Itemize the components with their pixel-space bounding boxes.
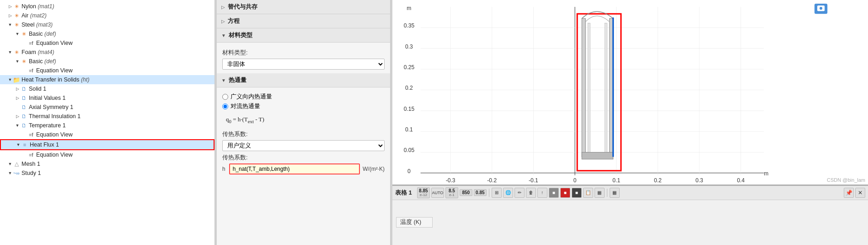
tree-arrow-solid1: ▷	[15, 86, 20, 92]
tree-arrow-thermal: ▷	[15, 114, 20, 119]
tree-arrow-air: ▷	[7, 13, 13, 18]
svg-text:0.4: 0.4	[737, 177, 745, 184]
svg-text:0.2: 0.2	[405, 85, 413, 91]
snowflake-icon-nylon: ✳	[13, 3, 20, 10]
svg-text:m: m	[764, 170, 768, 177]
tree-item-temperature1[interactable]: ▼ 🗋 Temperature 1	[0, 121, 214, 130]
tree-item-steel[interactable]: ▼ ✳ Steel (mat3)	[0, 20, 214, 29]
tree-label-hf1: Heat Flux 1	[30, 142, 59, 148]
toolbar-btn-sq-red[interactable]: ■	[560, 188, 570, 198]
section-heat-flux-header[interactable]: ▼ 热通量	[217, 73, 390, 87]
tree-item-air[interactable]: ▷ ✳ Air (mat2)	[0, 11, 214, 20]
close-button[interactable]: ✕	[855, 188, 865, 198]
section-material-type-header[interactable]: ▼ 材料类型	[217, 28, 390, 43]
tree-label-mesh: Mesh 1	[21, 161, 40, 167]
svg-text:0.3: 0.3	[696, 177, 703, 184]
radio-row-general: 广义向内热通量	[222, 93, 385, 101]
coeff-input-row: h W/(m²·K)	[222, 163, 385, 174]
tree-arrow-steel-basic: ▼	[15, 31, 20, 37]
title-substitution: 替代与共存	[228, 3, 257, 11]
tree-label-foam-eq: Equation View	[36, 67, 73, 74]
svg-text:-0.3: -0.3	[446, 177, 455, 184]
tree-label-axial: Axial Symmetry 1	[29, 104, 73, 110]
toolbar-btn-table[interactable]: ⊞	[492, 188, 502, 198]
tree-item-initial-values[interactable]: ▷ 🗋 Initial Values 1	[0, 93, 214, 103]
tree-arrow-mesh: ▼	[7, 161, 13, 167]
tree-item-heat-transfer[interactable]: ▼ 📁 Heat Transfer in Solids (ht)	[0, 75, 214, 84]
tree-arrow-hf1: ▼	[16, 142, 21, 147]
tree-item-steel-basic[interactable]: ▼ ✳ Basic (def)	[0, 29, 214, 38]
tree-label-steel-eq: Equation View	[36, 40, 73, 46]
tree-label-solid1: Solid 1	[29, 86, 46, 92]
svg-rect-36	[582, 18, 585, 157]
tree-label-temp1: Temperature 1	[29, 122, 66, 129]
toolbar-btn-grid1[interactable]: ▦	[595, 188, 605, 198]
toolbar-num-850[interactable]: 850	[460, 189, 472, 196]
tree-label-hf-eq: Equation View	[36, 152, 73, 158]
toolbar-btn-sq1[interactable]: ■	[549, 188, 559, 198]
section-equation[interactable]: ▷ 方程	[217, 14, 390, 28]
table-toolbar: 表格 1 8.85 e-12 AUTO 8.5 e-1 850 0.85 ⊞ 🌐	[392, 186, 868, 200]
toolbar-num-8.5[interactable]: 8.5 e-1	[445, 187, 458, 198]
pin-button[interactable]: 📌	[844, 188, 854, 198]
tree-item-steel-eq[interactable]: ≡f Equation View	[0, 38, 214, 48]
tree-item-foam[interactable]: ▼ ✳ Foam (mat4)	[0, 48, 214, 57]
tree-item-heat-flux1[interactable]: ▼ ≡ Heat Flux 1	[0, 139, 214, 150]
right-section: 0 0.05 0.1 0.15 0.2 0.25 0.3 0.35 m -0.3…	[392, 0, 868, 245]
tree-container: ▷ ✳ Nylon (mat1) ▷ ✳ Air (mat2) ▼ ✳ Stee…	[0, 0, 214, 180]
toolbar-btn-up[interactable]: ↑	[537, 188, 547, 198]
tree-item-study1[interactable]: ▼ ~∞ Study 1	[0, 169, 214, 178]
coeff-select[interactable]: 用户定义 自动	[222, 140, 385, 151]
radio-label-general: 广义向内热通量	[230, 93, 272, 101]
toolbar-btn-grid2[interactable]: ▦	[610, 188, 620, 198]
toolbar-btn-sq-dk[interactable]: ■	[572, 188, 582, 198]
radio-general-inward[interactable]	[222, 94, 228, 100]
material-type-select-row: 非固体 固体 流体	[222, 59, 385, 70]
material-type-select[interactable]: 非固体 固体 流体	[222, 59, 385, 70]
svg-text:-0.1: -0.1	[529, 177, 538, 184]
svg-rect-40	[582, 152, 613, 159]
tree-item-foam-eq[interactable]: ≡f Equation View	[0, 66, 214, 75]
tree-arrow-foam: ▼	[7, 49, 13, 55]
svg-text:0.35: 0.35	[404, 22, 415, 29]
tree-item-hf-eq[interactable]: ≡f Equation View	[0, 150, 214, 159]
tree-item-temp-eq[interactable]: ≡f Equation View	[0, 130, 214, 139]
tree-arrow-initial: ▷	[15, 95, 20, 101]
title-heat-flux: 热通量	[229, 76, 246, 84]
heat-flux-formula: q0 = h·(Text - T)	[222, 114, 385, 128]
tree-item-solid1[interactable]: ▷ 🗋 Solid 1	[0, 84, 214, 93]
section-substitution[interactable]: ▷ 替代与共存	[217, 0, 390, 14]
radio-convective[interactable]	[222, 103, 228, 109]
toolbar-btn-delete[interactable]: 🗑	[526, 188, 536, 198]
eq-icon-hf: ≡f	[27, 151, 35, 158]
tree-item-mesh1[interactable]: ▼ △ Mesh 1	[0, 159, 214, 169]
tree-item-thermal-ins[interactable]: ▷ 🗋 Thermal Insulation 1	[0, 112, 214, 121]
material-type-label: 材料类型:	[222, 49, 385, 57]
sep1	[489, 189, 489, 197]
tree-item-nylon[interactable]: ▷ ✳ Nylon (mat1)	[0, 2, 214, 11]
svg-text:0.25: 0.25	[404, 64, 415, 71]
tree-label-air: Air (mat2)	[21, 12, 47, 19]
snowflake-icon-foam-basic: ✳	[20, 58, 27, 65]
toolbar-num-0.85[interactable]: 0.85	[474, 189, 487, 196]
tree-label-foam-basic: Basic (def)	[29, 58, 56, 65]
coeff-unit-label: W/(m²·K)	[363, 166, 385, 172]
arrow-heat-flux: ▼	[221, 78, 226, 83]
table-title: 表格 1	[395, 189, 412, 197]
toolbar-num-8.85[interactable]: 8.85 e-12	[417, 187, 430, 198]
title-material-type: 材料类型	[229, 31, 252, 39]
tree-item-axial-sym[interactable]: 🗋 Axial Symmetry 1	[0, 103, 214, 112]
graph-panel[interactable]: 0 0.05 0.1 0.15 0.2 0.25 0.3 0.35 m -0.3…	[392, 0, 868, 185]
tree-label-nylon: Nylon (mat1)	[21, 3, 54, 10]
geometry-graph-svg: 0 0.05 0.1 0.15 0.2 0.25 0.3 0.35 m -0.3…	[392, 0, 868, 185]
watermark: CSDN @bin_lam	[827, 177, 865, 183]
coeff-input-field[interactable]	[229, 163, 360, 174]
table-column-header: 温度 (K)	[396, 217, 433, 228]
svg-text:-0.2: -0.2	[487, 177, 497, 184]
toolbar-btn-auto[interactable]: AUTO	[431, 188, 444, 198]
toolbar-btn-pencil[interactable]: ✏	[514, 188, 525, 198]
toolbar-btn-clipboard[interactable]: 📋	[583, 188, 593, 198]
tree-item-foam-basic[interactable]: ▼ ✳ Basic (def)	[0, 57, 214, 66]
toolbar-btn-globe[interactable]: 🌐	[503, 188, 513, 198]
snowflake-icon-air: ✳	[13, 12, 20, 19]
